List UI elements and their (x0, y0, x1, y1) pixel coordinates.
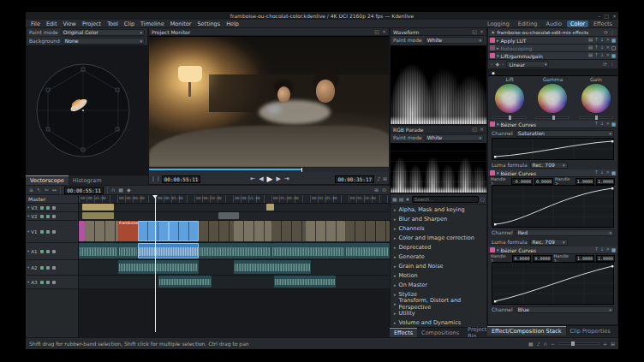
lock-track-icon[interactable] (52, 215, 56, 218)
hide-track-icon[interactable] (40, 266, 44, 270)
presets-icon[interactable]: ▤ (588, 45, 593, 50)
chevron-right-icon[interactable]: ▸ (394, 301, 397, 306)
vectorscope-background-select[interactable]: None ▾ (63, 38, 145, 45)
move-up-icon[interactable]: ↑ (594, 38, 599, 43)
menu-project[interactable]: Project (80, 21, 104, 27)
red-curve-graph[interactable] (492, 185, 614, 228)
chevron-right-icon[interactable]: ▸ (497, 45, 499, 50)
lift-slider[interactable] (492, 116, 527, 119)
tab-compositions[interactable]: Compositions (417, 328, 463, 337)
lock-track-icon[interactable] (52, 230, 56, 234)
move-up-icon[interactable]: ↑ (594, 45, 599, 50)
channel-select[interactable]: Saturation ▾ (516, 130, 614, 137)
effects-category[interactable]: ▸Deprecated (391, 242, 486, 252)
lock-track-icon[interactable] (52, 206, 56, 210)
timeline-clip[interactable] (85, 221, 118, 241)
effects-category[interactable]: ▸Channels (391, 223, 486, 233)
audio-thumbnails-toggle-icon[interactable]: ♪ (537, 341, 540, 347)
waveform-paint-mode-select[interactable]: White ▾ (425, 37, 484, 44)
timeline-clip[interactable] (271, 243, 345, 258)
timeline-clip[interactable] (199, 243, 271, 258)
playhead[interactable] (155, 195, 156, 332)
menu-timeline[interactable]: Timeline (138, 21, 167, 27)
blue-curve-graph[interactable] (492, 262, 614, 305)
chevron-right-icon[interactable]: ▸ (394, 320, 397, 325)
track-lane-a1[interactable] (79, 243, 390, 260)
go-start-icon[interactable]: ⇤ (250, 176, 255, 182)
timeline-lanes[interactable]: 00:00:35:0000:00:40:0000:00:45:0000:00:5… (79, 195, 390, 337)
delete-icon[interactable]: × (605, 247, 610, 252)
mute-track-icon[interactable] (46, 250, 50, 253)
handle2-x-spinbox[interactable]: 1.0000 (575, 255, 594, 262)
timeline-clip[interactable] (138, 221, 169, 241)
hide-track-icon[interactable] (40, 281, 44, 284)
zone-in-icon[interactable]: [ (152, 176, 154, 181)
handle1-x-spinbox[interactable]: 0.0000 (512, 255, 531, 262)
chevron-right-icon[interactable]: ▸ (394, 235, 397, 240)
mute-track-icon[interactable] (46, 215, 50, 218)
workspace-effects[interactable]: Effects (590, 21, 616, 27)
effects-category[interactable]: ▸Grain and Noise (391, 261, 486, 270)
handle1-y-spinbox[interactable]: 0.0000 (534, 178, 553, 185)
move-up-icon[interactable]: ↑ (594, 122, 599, 127)
zoom-fit-button[interactable]: ⊞ (611, 341, 615, 347)
keyframe-icon[interactable]: ◆ (492, 70, 495, 75)
delete-icon[interactable]: × (605, 38, 610, 43)
move-down-icon[interactable]: ↓ (600, 122, 605, 127)
gain-slider[interactable] (579, 116, 613, 119)
delete-icon[interactable]: × (605, 45, 610, 50)
timeline-clip[interactable] (79, 243, 118, 258)
chevron-right-icon[interactable]: ▸ (394, 282, 397, 288)
zoom-in-button[interactable]: + (603, 341, 607, 347)
tab-histogram[interactable]: Histogram (69, 175, 106, 185)
zone-out-icon[interactable]: ] (157, 176, 158, 181)
menu-tool[interactable]: Tool (104, 21, 121, 27)
handle1-y-spinbox[interactable]: 0.0000 (533, 255, 552, 262)
timeline-clip[interactable]: framboise-ou-chocolat (118, 221, 138, 241)
workspace-color[interactable]: Color (567, 21, 588, 27)
saturation-curve-graph[interactable] (492, 138, 614, 160)
selection-tool-icon[interactable]: ↖ (37, 187, 41, 193)
track-lane-a3[interactable] (79, 276, 390, 289)
gamma-slider[interactable] (535, 116, 569, 119)
hide-track-icon[interactable] (40, 215, 44, 218)
track-lane-v1[interactable]: framboise-ou-chocolat (79, 221, 390, 243)
presets-icon[interactable]: ▤ (588, 53, 593, 58)
chevron-down-icon[interactable]: ▾ (497, 53, 499, 58)
mute-track-icon[interactable] (46, 206, 50, 210)
move-up-icon[interactable]: ↑ (594, 247, 599, 252)
timeline-clip[interactable] (138, 243, 199, 258)
chevron-down-icon[interactable]: ▾ (497, 170, 499, 175)
track-header-v2[interactable]: ▾V2 (26, 212, 78, 221)
workspace-editing[interactable]: Editing (515, 21, 541, 27)
monitor-timecode[interactable]: 00:00:55:11 (162, 175, 201, 183)
effects-search-input[interactable] (412, 196, 479, 203)
timeline-ruler[interactable]: 00:00:35:0000:00:40:0000:00:45:0000:00:5… (79, 195, 390, 204)
menu-file[interactable]: File (28, 21, 43, 27)
timeline-clip[interactable] (345, 221, 390, 241)
tab-effects[interactable]: Effects (390, 328, 417, 337)
chevron-down-icon[interactable]: ▾ (497, 122, 499, 127)
move-up-icon[interactable]: ↑ (594, 53, 599, 58)
track-lane-v2[interactable] (79, 212, 390, 221)
handle2-x-spinbox[interactable]: 1.0000 (575, 178, 594, 185)
timeline-menu-icon[interactable]: ≡ (29, 187, 33, 193)
prev-keyframe-icon[interactable]: ‹ (491, 62, 492, 67)
effects-category[interactable]: ▸Generate (391, 252, 486, 261)
favorites-icon[interactable]: ★ (405, 197, 409, 202)
timeline-clip[interactable] (79, 221, 85, 241)
move-down-icon[interactable]: ↓ (600, 53, 605, 58)
luma-formula-select[interactable]: Rec. 709 ▾ (530, 239, 568, 246)
menu-view[interactable]: View (60, 21, 78, 27)
refresh-icon[interactable]: ⟳ (603, 62, 607, 67)
refresh-icon[interactable]: ⟳ (604, 30, 608, 35)
monitor-zone-timecode[interactable]: 00:00:35:17 (335, 175, 374, 183)
chevron-right-icon[interactable]: ▸ (394, 292, 397, 297)
play-icon[interactable]: ▶ (267, 175, 273, 183)
timeline-clip[interactable] (234, 221, 271, 241)
timeline-clip[interactable] (82, 212, 114, 219)
chevron-down-icon[interactable]: ▾ (27, 249, 29, 253)
effect-enable-checkbox[interactable] (611, 171, 616, 175)
keyframes-icon[interactable]: ◆ (127, 187, 131, 193)
audio-icon[interactable]: ♪ (377, 176, 380, 181)
